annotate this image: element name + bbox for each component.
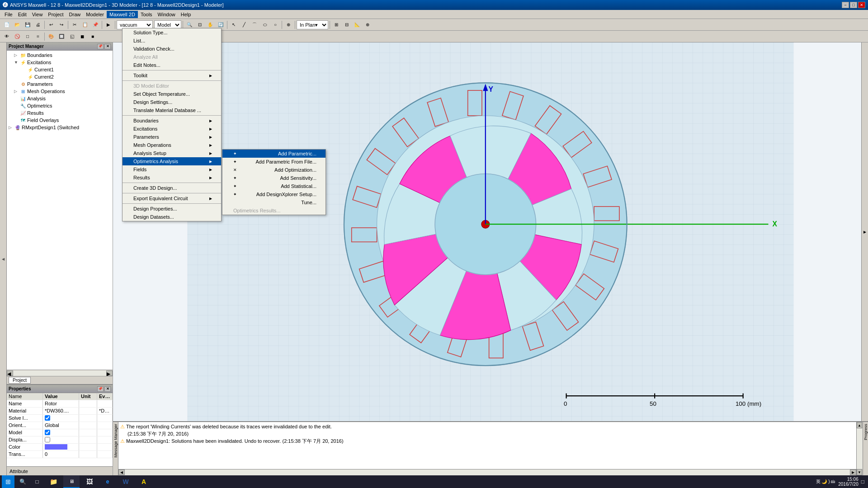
app-explorer[interactable]: 📁 xyxy=(45,475,61,488)
tree-item-optimetrics[interactable]: 🔧 Optimetrics xyxy=(8,102,112,109)
color-swatch[interactable] xyxy=(45,444,67,450)
ruler-btn[interactable]: 📐 xyxy=(352,20,362,30)
grid-btn[interactable]: ⊟ xyxy=(342,20,352,30)
menu-file[interactable]: File xyxy=(2,11,15,18)
msg-scroll-right[interactable]: ▶ xyxy=(850,469,856,475)
undo-btn[interactable]: ↩ xyxy=(46,20,56,30)
props-close-btn[interactable]: ✕ xyxy=(104,386,111,392)
tree-item-analysis[interactable]: 📊 Analysis xyxy=(8,95,112,102)
ellipse-btn[interactable]: ⬭ xyxy=(260,20,270,30)
3d-viewer[interactable]: Y X 0 50 100 (mm) ▶ xyxy=(113,42,868,421)
minimize-button[interactable]: − xyxy=(842,2,849,8)
menu-toolkit[interactable]: Toolkit ▶ xyxy=(123,71,221,80)
paste-btn[interactable]: 📌 xyxy=(90,20,100,30)
app-ie[interactable]: e xyxy=(99,475,116,488)
menu-view[interactable]: View xyxy=(29,11,46,18)
tree-item-excitations[interactable]: ▼ ⚡ Excitations xyxy=(8,59,112,66)
menu-maxwell2d[interactable]: Maxwell 2D xyxy=(107,11,138,18)
msg-scroll-down[interactable]: ▼ xyxy=(857,469,862,475)
menu-design-datasets[interactable]: Design Datasets... xyxy=(123,213,221,221)
menu-excitations[interactable]: Excitations ▶ xyxy=(123,125,221,133)
panel-collapse-btn[interactable]: ◀ xyxy=(0,42,7,475)
submenu-add-sensitivity[interactable]: ✦Add Sensitivity... xyxy=(222,174,326,182)
menu-project[interactable]: Project xyxy=(45,11,66,18)
panel-pin-btn[interactable]: 📌 xyxy=(97,44,104,49)
expand-excitations[interactable]: ▼ xyxy=(14,60,19,65)
submenu-add-optimization[interactable]: ✕Add Optimization... xyxy=(222,166,326,174)
expand-mesh[interactable]: ▷ xyxy=(14,89,19,94)
scroll-right-btn[interactable]: ▶ xyxy=(106,371,113,376)
tree-item-parameters[interactable]: ⚙ Parameters xyxy=(8,80,112,88)
show3d-btn[interactable]: 👁 xyxy=(2,32,12,42)
app-ansys[interactable]: A xyxy=(136,475,152,488)
close-button[interactable]: ✕ xyxy=(858,2,865,8)
new-btn[interactable]: 📄 xyxy=(2,20,12,30)
material-btn[interactable]: 🔲 xyxy=(57,32,66,42)
edge-btn[interactable]: ◱ xyxy=(67,32,77,42)
panel-close-btn[interactable]: ✕ xyxy=(104,44,111,49)
tree-item-mesh[interactable]: ▷ ⊞ Mesh Operations xyxy=(8,88,112,95)
menu-draw[interactable]: Draw xyxy=(66,11,84,18)
save-btn[interactable]: 💾 xyxy=(23,20,33,30)
menu-parameters[interactable]: Parameters ▶ xyxy=(123,133,221,141)
tree-item-current2[interactable]: ⚡ Current2 xyxy=(20,73,112,80)
right-expand-btn[interactable]: ▶ xyxy=(861,42,868,421)
analyze-btn[interactable]: ▶ xyxy=(104,20,113,30)
tree-item-results[interactable]: 📈 Results xyxy=(8,109,112,117)
select-btn[interactable]: ↖ xyxy=(229,20,239,30)
submenu-add-parametric-file[interactable]: ✦Add Parametric From File... xyxy=(222,158,326,166)
wireframe-btn[interactable]: □ xyxy=(23,32,33,42)
msg-scroll-h[interactable]: ◀ ▶ xyxy=(118,469,856,475)
app-word[interactable]: W xyxy=(118,475,134,488)
prop-orient-value[interactable]: Global xyxy=(43,422,79,429)
menu-export-circuit[interactable]: Export Equivalent Circuit ▶ xyxy=(123,194,221,202)
menu-fields[interactable]: Fields ▶ xyxy=(123,165,221,174)
menu-tools[interactable]: Tools xyxy=(138,11,155,18)
submenu-add-parametric[interactable]: ✦Add Parametric... xyxy=(222,150,326,158)
menu-mesh-operations[interactable]: Mesh Operations ▶ xyxy=(123,141,221,149)
menu-design-properties[interactable]: Design Properties... xyxy=(123,205,221,213)
tree-item-current1[interactable]: ⚡ Current1 xyxy=(20,66,112,73)
prop-material-value[interactable]: *DW360.... xyxy=(43,408,79,414)
attribute-tab[interactable]: Attribute xyxy=(7,466,113,475)
msg-scroll-v[interactable]: ▲ ▼ xyxy=(856,422,863,475)
submenu-add-designxplorer[interactable]: ✦Add DesignXplorer Setup... xyxy=(222,190,326,198)
menu-edit-notes[interactable]: Edit Notes... xyxy=(123,61,221,69)
menu-create-3d-design[interactable]: Create 3D Design... xyxy=(123,184,221,192)
plane-dropdown[interactable]: In Plan▾ xyxy=(297,20,328,29)
menu-list[interactable]: List... xyxy=(123,37,221,45)
project-tab[interactable]: Project xyxy=(9,377,31,384)
msg-scroll-up[interactable]: ▲ xyxy=(857,422,862,428)
axis-btn[interactable]: ⊕ xyxy=(363,20,373,30)
circle-btn[interactable]: ○ xyxy=(270,20,280,30)
snap-btn[interactable]: ⊞ xyxy=(331,20,341,30)
scroll-left-btn[interactable]: ◀ xyxy=(7,371,13,376)
hide-btn[interactable]: 🚫 xyxy=(12,32,22,42)
mesh-view-btn[interactable]: ⌗ xyxy=(33,32,43,42)
app-store[interactable]: 🖼 xyxy=(81,475,98,488)
menu-design-settings[interactable]: Design Settings... xyxy=(123,98,221,106)
menu-window[interactable]: Window xyxy=(155,11,178,18)
open-btn[interactable]: 📂 xyxy=(12,20,22,30)
copy-btn[interactable]: 📋 xyxy=(80,20,90,30)
color-btn[interactable]: 🎨 xyxy=(46,32,56,42)
menu-boundaries[interactable]: Boundaries ▶ xyxy=(123,117,221,125)
arc-btn[interactable]: ⌒ xyxy=(250,20,259,30)
menu-help[interactable]: Help xyxy=(178,11,194,18)
menu-analysis-setup[interactable]: Analysis Setup ▶ xyxy=(123,149,221,157)
coord-btn[interactable]: ⊕ xyxy=(283,20,293,30)
line-btn[interactable]: ╱ xyxy=(239,20,249,30)
prop-name-value[interactable]: Rotor xyxy=(43,400,79,407)
menu-optimetrics-analysis[interactable]: Optimetrics Analysis ▶ xyxy=(123,157,221,165)
props-pin-btn[interactable]: 📌 xyxy=(97,386,104,392)
expand-rmxprt[interactable]: ▷ xyxy=(9,125,14,130)
tree-item-rmxprt[interactable]: ▷ 🔮 RMxprtDesign1 (Switched xyxy=(8,124,112,131)
menu-modeler[interactable]: Modeler xyxy=(83,11,107,18)
msg-scroll-left[interactable]: ◀ xyxy=(118,469,125,475)
search-button[interactable]: 🔍 xyxy=(16,475,29,488)
menu-solution-type[interactable]: Solution Type... xyxy=(123,28,221,37)
prop-display-value[interactable] xyxy=(43,436,79,443)
notification-icon[interactable]: □ xyxy=(861,479,864,485)
tree-scrollbar-h[interactable]: ◀ ▶ xyxy=(7,370,113,376)
submenu-tune[interactable]: Tune... xyxy=(222,198,326,206)
